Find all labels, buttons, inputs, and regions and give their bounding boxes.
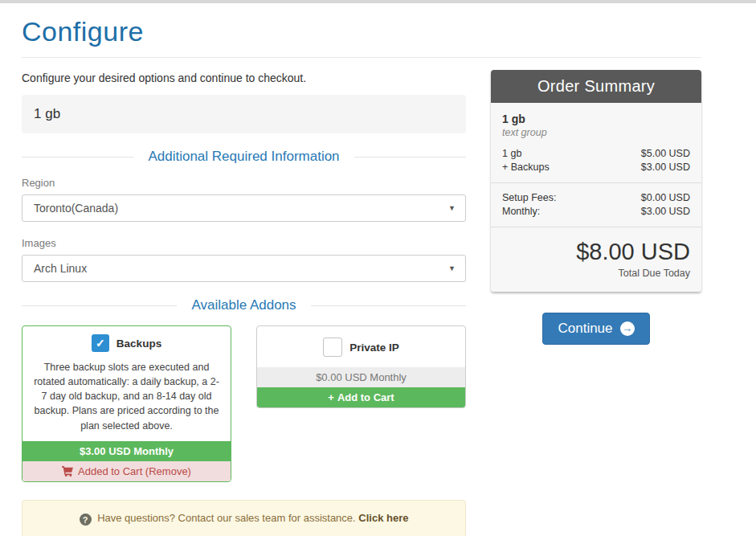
fee-label: Monthly: [502,205,540,219]
order-summary-panel: Order Summary 1 gb text group 1 gb $5.00… [491,70,701,292]
summary-product-group: text group [502,127,690,138]
region-select-value: Toronto(Canada) [34,202,118,215]
page-title: Configure [22,16,701,47]
continue-button[interactable]: Continue → [542,313,649,345]
summary-divider [491,182,701,183]
backups-addon-name: Backups [116,338,161,350]
continue-button-label: Continue [558,321,612,337]
order-summary-title: Order Summary [491,70,701,103]
caret-down-icon: ▼ [448,204,456,212]
summary-fee-row: Setup Fees: $0.00 USD [502,191,690,205]
summary-divider [491,227,701,227]
fee-label: Setup Fees: [502,191,556,205]
backups-added-to-cart-label: Added to Cart (Remove) [78,465,191,477]
additional-info-heading-label: Additional Required Information [148,149,339,165]
private-ip-price-bar: $0.00 USD Monthly [257,367,465,387]
plus-icon: + [328,391,334,403]
line-item-label: + Backups [502,161,550,174]
sales-assistance-notice: ? Have questions? Contact our sales team… [22,500,466,536]
addon-card-private-ip: Private IP $0.00 USD Monthly +Add to Car… [256,325,466,408]
arrow-circle-right-icon: → [620,321,635,336]
region-select[interactable]: Toronto(Canada) ▼ [22,194,466,222]
selected-product-box: 1 gb [22,95,466,133]
images-select[interactable]: Arch Linux ▼ [22,255,466,282]
summary-line-item: 1 gb $5.00 USD [502,147,690,161]
backups-checkbox[interactable]: ✓ [92,334,109,352]
available-addons-heading-label: Available Addons [191,297,296,313]
summary-line-item: + Backups $3.00 USD [502,161,690,174]
page-subtitle: Configure your desired options and conti… [22,72,466,84]
images-label: Images [22,237,466,249]
private-ip-add-to-cart-button[interactable]: +Add to Cart [257,387,465,407]
available-addons-heading: Available Addons [22,297,466,313]
cart-icon [62,466,73,477]
summary-total-label: Total Due Today [502,268,690,279]
summary-total-amount: $8.00 USD [502,239,690,265]
backups-addon-description: Three backup slots are executed and rota… [22,358,231,441]
order-summary-column: Order Summary 1 gb text group 1 gb $5.00… [491,70,701,536]
check-icon: ✓ [96,337,105,350]
backups-added-to-cart-bar[interactable]: Added to Cart (Remove) [22,461,231,481]
summary-fee-row: Monthly: $3.00 USD [502,205,690,219]
configure-main-column: Configure your desired options and conti… [22,70,466,536]
addon-card-backups: ✓ Backups Three backup slots are execute… [22,325,231,482]
summary-product-name: 1 gb [502,113,690,125]
fee-amount: $3.00 USD [641,205,690,219]
title-divider [22,57,701,58]
private-ip-checkbox[interactable] [323,338,342,357]
notice-click-here-link[interactable]: Click here [358,512,408,524]
backups-price-bar: $3.00 USD Monthly [22,441,231,461]
question-circle-icon: ? [80,513,92,526]
line-item-amount: $5.00 USD [641,147,690,161]
caret-down-icon: ▼ [448,264,456,272]
fee-amount: $0.00 USD [641,191,690,205]
selected-product-name: 1 gb [34,106,60,121]
page-container: Configure Configure your desired options… [0,3,701,536]
private-ip-add-to-cart-label: Add to Cart [337,391,394,403]
region-label: Region [22,177,466,189]
private-ip-addon-name: Private IP [349,342,399,354]
notice-text: Have questions? Contact our sales team f… [97,512,356,524]
arrow-glyph: → [622,323,632,333]
additional-info-heading: Additional Required Information [22,149,466,165]
line-item-amount: $3.00 USD [641,161,690,174]
images-select-value: Arch Linux [34,262,87,275]
line-item-label: 1 gb [502,147,521,161]
